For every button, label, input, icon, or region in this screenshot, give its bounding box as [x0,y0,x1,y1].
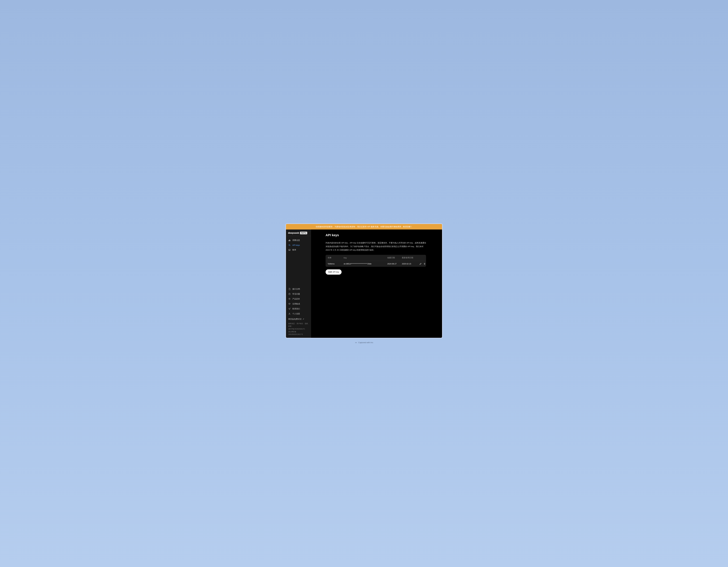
svg-rect-1 [289,240,290,241]
secondary-nav: 接口文档 常见问题 产品定价 [286,286,311,317]
footer-link-terms[interactable]: 用户协议 [297,323,303,324]
arc-logo-icon [355,341,357,343]
sidebar-chat-link[interactable]: 网页版免费对话 ↗ [286,317,311,322]
sidebar-item-usage[interactable]: 用量信息 [286,238,311,243]
row-actions [416,263,426,265]
sidebar-item-billing[interactable]: 账单 [286,248,311,253]
table-header-row: 名称 Key 创建日期 最新使用日期 [326,255,426,261]
sidebar-item-apikeys[interactable]: API keys [286,243,311,248]
main-content: API keys 列表内是你的全部 API key，API key 仅在创建时可… [311,230,442,338]
external-link-icon: ↗ [303,318,304,320]
user-icon [288,312,291,315]
bar-chart-icon [288,239,291,242]
page-title: API keys [326,233,442,237]
help-icon [288,293,291,295]
sidebar-item-faq[interactable]: 常见问题 [286,291,311,296]
svg-rect-2 [290,240,290,241]
inbox-icon [288,249,291,251]
app-body: deepseek 开放平台 用量信息 API keys [286,230,442,338]
sidebar-item-docs[interactable]: 接口文档 [286,286,311,291]
sidebar-item-integration[interactable]: 实用集成 [286,301,311,306]
app-window: 当前服务器资源紧张，为避免对您造成业务影响，我们已暂停 API 服务充值。存量充… [285,224,443,338]
sidebar-item-label: 常见问题 [292,293,300,295]
table-row: ToMemo sk-08514***********************29… [326,261,426,267]
svg-rect-0 [289,240,289,241]
capture-text: Captured with Arc [358,341,373,343]
th-last-used: 最新使用日期 [402,257,416,259]
notice-banner: 当前服务器资源紧张，为避免对您造成业务影响，我们已暂停 API 服务充值。存量充… [286,224,442,230]
sidebar-item-pricing[interactable]: 产品定价 [286,296,311,301]
notice-text: 当前服务器资源紧张，为避免对您造成业务影响，我们已暂停 API 服务充值。存量充… [316,226,412,228]
footer-link-status[interactable]: 服务状态 [288,323,295,324]
sidebar-item-label: 产品定价 [292,297,300,300]
cell-created: 2024-06-27 [387,263,402,265]
footer-icp[interactable]: 浙ICP备2023025841号 [288,328,305,330]
sidebar-item-label: 接口文档 [292,288,300,290]
capture-watermark: Captured with Arc [355,341,373,343]
document-icon [288,288,291,290]
send-icon [288,308,291,310]
footer-police[interactable]: 浙公网安备 33010502011812 号 [288,330,309,336]
brand-badge: 开放平台 [300,232,307,234]
sidebar-item-label: 用量信息 [292,239,300,242]
svg-point-8 [289,313,290,313]
create-api-key-button[interactable]: 创建 API key [326,270,342,275]
svg-point-3 [289,244,290,246]
svg-line-4 [290,246,290,246]
sidebar-footer: 服务状态 · 用户协议 · 隐私政策 · 浙ICP备2023025841号 · … [286,322,311,338]
sidebar-item-label: 实用集成 [292,302,300,305]
layers-icon [288,303,291,305]
api-keys-table: 名称 Key 创建日期 最新使用日期 ToMemo sk-08514******… [326,255,426,267]
brand-name: deepseek [288,232,299,235]
page-description: 列表内是你的全部 API key，API key 仅在创建时可见可复制，请妥善保… [326,241,427,252]
cell-last-used: 2025-02-15 [402,263,416,265]
cell-key: sk-08514***********************29de [344,263,387,265]
sidebar-item-label: 个人信息 [292,312,300,315]
th-created: 创建日期 [387,257,402,259]
sidebar: deepseek 开放平台 用量信息 API keys [286,230,311,338]
edit-icon[interactable] [419,263,422,265]
tag-icon [288,298,291,300]
search-icon [288,244,291,246]
th-key: Key [344,257,387,259]
primary-nav: 用量信息 API keys 账单 [286,237,311,253]
th-name: 名称 [328,257,344,259]
delete-icon[interactable] [423,263,426,265]
sidebar-item-label: 账单 [292,249,296,251]
chat-link-label: 网页版免费对话 [288,318,302,320]
cell-name: ToMemo [328,263,344,265]
sidebar-item-label: 联系我们 [292,307,300,310]
brand: deepseek 开放平台 [286,230,311,236]
sidebar-item-contact[interactable]: 联系我们 [286,306,311,311]
sidebar-item-label: API keys [292,244,300,246]
sidebar-item-profile[interactable]: 个人信息 [286,311,311,316]
